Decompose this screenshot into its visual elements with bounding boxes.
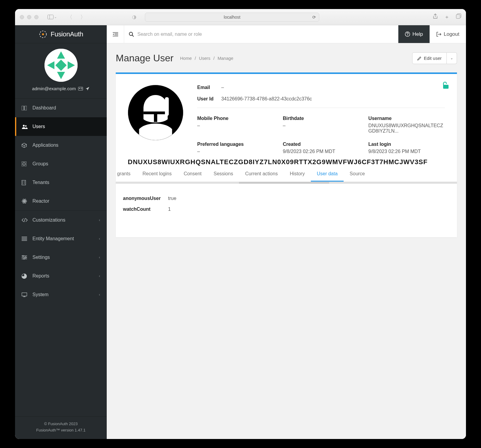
sidebar-item-users[interactable]: Users [15,117,107,136]
minimize-dot[interactable] [27,15,31,19]
user-card: Email – User Id 34126696-7738-4786-a822-… [116,72,457,237]
help-icon [405,32,410,37]
created-value: 9/8/2023 02:26 PM MDT [283,149,360,154]
cube-icon [22,143,28,148]
sidebar-toggle-icon[interactable]: ⌄ [47,15,57,19]
address-bar[interactable]: localhost ⟳ [145,13,319,22]
sidebar-item-applications[interactable]: Applications [15,136,107,155]
userid-value: 34126696-7738-4786-a822-43ccdc2c376c [221,96,312,102]
dashboard-icon [22,106,28,110]
share-icon[interactable] [433,14,438,20]
list-icon [22,237,28,241]
username-value: DNUXUS8WIUXRGHQSNALTECZGD8IYZ7LN... [368,123,445,134]
logout-icon [436,32,441,37]
building-icon [22,180,28,185]
edit-user-dropdown[interactable]: ⌄ [447,52,457,64]
svg-point-19 [25,125,27,127]
logout-button[interactable]: Logout [430,25,466,43]
tabs-overview-icon[interactable] [456,14,461,20]
profile-avatar[interactable] [44,49,78,82]
tab-recent-logins[interactable]: Recent logins [136,167,178,182]
page-title: Manage User [116,53,173,64]
svg-rect-57 [443,85,449,89]
help-button[interactable]: Help [398,25,430,43]
svg-point-40 [23,255,24,256]
nav-label: Reactor [32,198,49,204]
pencil-icon [417,56,421,60]
userdata-val-anonymous: true [168,196,176,201]
sidebar-item-tenants[interactable]: Tenants [15,173,107,192]
tab-user-data[interactable]: User data [311,167,344,182]
sidebar-item-dashboard[interactable]: Dashboard [15,99,107,117]
svg-rect-26 [24,181,25,182]
tab-sessions[interactable]: Sessions [207,167,239,182]
sidebar-collapse-button[interactable] [107,25,124,43]
email-value: – [221,85,224,90]
sidebar-item-groups[interactable]: Groups [15,155,107,173]
users-icon [22,124,28,129]
search-input[interactable] [137,32,394,37]
id-card-icon[interactable] [78,87,83,91]
svg-rect-30 [24,183,25,184]
tab-current-actions[interactable]: Current actions [239,167,284,182]
chevron-left-icon: ‹ [99,255,100,259]
location-arrow-icon[interactable] [85,87,90,91]
close-dot[interactable] [20,15,24,19]
sliders-icon [22,255,28,259]
monitor-icon [22,293,28,297]
nav-label: System [32,292,48,297]
userdata-key-anonymous: anonymousUser [123,196,168,201]
chart-icon [22,274,28,279]
email-label: Email [197,85,221,90]
edit-user-button[interactable]: Edit user [412,52,447,64]
chevron-left-icon: ‹ [99,293,100,297]
forward-icon[interactable]: 〉 [80,14,86,21]
sidebar-nav: Dashboard Users Applications Groups Tena… [15,99,107,416]
tab-consent[interactable]: Consent [178,167,208,182]
tab-history[interactable]: History [284,167,311,182]
new-tab-icon[interactable]: ＋ [444,14,449,20]
tab-source[interactable]: Source [344,167,371,182]
traffic-lights [20,15,38,19]
chevron-left-icon: ‹ [99,274,100,278]
sidebar-item-settings[interactable]: Settings ‹ [15,248,107,267]
back-icon[interactable]: 〈 [67,14,72,21]
userdata-val-watchcount: 1 [168,207,171,212]
preferred-languages-value: – [197,149,274,154]
privacy-shield-icon[interactable]: ◑ [132,14,136,20]
overlay-long-string: DNUXUS8WIUXRGHQSNALTECZGD8IYZ7LN0X09RTTX… [128,158,428,166]
hamburger-indent-icon [113,32,118,36]
sidebar-item-reactor[interactable]: Reactor [15,192,107,210]
help-label: Help [412,31,423,37]
svg-line-54 [132,35,133,36]
unlock-icon[interactable] [443,82,449,89]
tab-content-user-data: anonymousUsertrue watchCount1 [116,184,457,226]
logout-label: Logout [444,31,459,37]
chevron-left-icon: ‹ [99,237,100,241]
tab-entity-grants[interactable]: Entity grants [116,167,136,182]
breadcrumb-home[interactable]: Home [180,56,192,61]
edit-user-label: Edit user [424,56,442,61]
zoom-dot[interactable] [34,15,38,19]
brand-logo[interactable]: FusionAuth [15,25,107,43]
svg-point-18 [23,125,25,127]
address-text: localhost [224,15,240,20]
svg-point-5 [42,33,44,35]
svg-rect-3 [456,15,460,19]
svg-rect-59 [143,112,168,114]
sidebar-item-system[interactable]: System ‹ [15,285,107,304]
footer-copyright: © FusionAuth 2023 [15,421,107,427]
svg-rect-46 [22,293,27,296]
reload-icon[interactable]: ⟳ [312,15,316,20]
nav-label: Users [32,124,45,129]
tab-bar: Entity grantsRecent loginsConsentSession… [116,167,457,182]
svg-point-13 [79,88,80,89]
sidebar-item-reports[interactable]: Reports ‹ [15,267,107,285]
search-icon [129,32,134,37]
sidebar-item-customizations[interactable]: Customizations ‹ [15,211,107,229]
chevron-down-icon: ⌄ [450,56,453,60]
reactor-icon [22,198,28,204]
profile-email: admin@example.com [32,86,76,91]
sidebar-item-entity-management[interactable]: Entity Management ‹ [15,229,107,248]
breadcrumb-users[interactable]: Users [199,56,210,61]
